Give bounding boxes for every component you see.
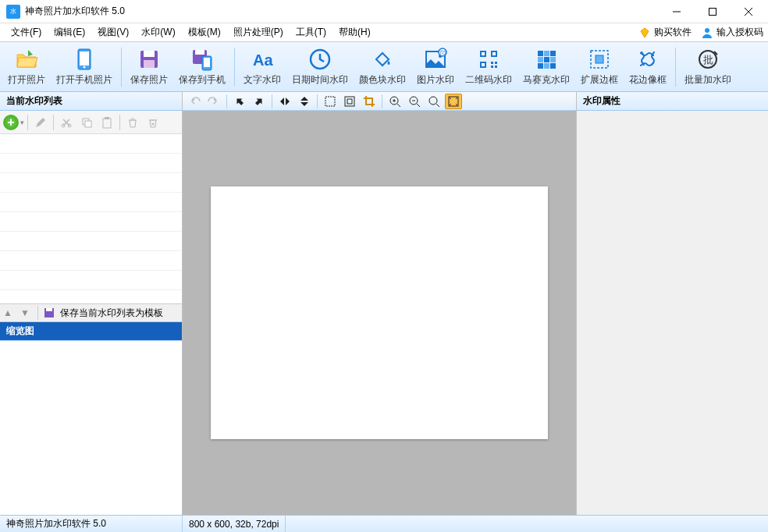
mosaic-watermark-button[interactable]: 马赛克水印 — [518, 44, 574, 90]
main-toolbar: 打开照片 打开手机照片 保存照片 保存到手机 Aa 文字水印 日期时间水印 颜色… — [0, 42, 768, 92]
auth-link[interactable]: 输入授权码 — [701, 26, 763, 39]
image-icon: 印 — [423, 47, 448, 72]
svg-rect-30 — [550, 51, 556, 56]
titlebar: 水 神奇照片加水印软件 5.0 — [0, 0, 768, 23]
pencil-icon — [34, 116, 47, 129]
copy-wm-button[interactable] — [77, 113, 96, 132]
zoom-actual-button[interactable] — [425, 94, 443, 109]
wm-list[interactable] — [0, 134, 182, 303]
save-template-button[interactable]: 保存当前水印列表为模板 — [60, 307, 163, 320]
svg-rect-25 — [482, 52, 485, 55]
canvas-icon — [343, 95, 356, 108]
svg-rect-48 — [46, 308, 52, 311]
mosaic-icon — [534, 47, 559, 72]
maximize-icon — [709, 8, 716, 16]
svg-rect-46 — [105, 117, 109, 119]
move-down-icon[interactable]: ▼ — [20, 307, 33, 318]
status-info: 800 x 600, 32b, 72dpi — [183, 516, 286, 532]
resize-button[interactable] — [322, 94, 339, 109]
zoom-in-icon — [389, 95, 401, 108]
svg-rect-3 — [80, 51, 89, 66]
image-watermark-button[interactable]: 印 图片水印 — [412, 44, 459, 90]
save-icon — [137, 47, 162, 72]
resize-icon — [324, 95, 336, 108]
svg-rect-24 — [495, 66, 497, 68]
clock-icon — [308, 47, 332, 72]
clear-wm-button[interactable] — [144, 113, 162, 132]
svg-point-4 — [84, 66, 86, 69]
svg-rect-49 — [325, 97, 335, 106]
minimize-icon — [673, 8, 681, 16]
buy-link[interactable]: 购买软件 — [638, 26, 692, 39]
menu-edit[interactable]: 编辑(E) — [48, 24, 91, 41]
undo-button[interactable] — [186, 94, 203, 109]
zoom-out-button[interactable] — [406, 94, 423, 109]
expand-icon — [587, 47, 612, 72]
trash-x-icon — [147, 116, 159, 129]
color-watermark-button[interactable]: 颜色块水印 — [354, 44, 411, 90]
canvas-area[interactable] — [183, 111, 576, 515]
expand-border-button[interactable]: 扩展边框 — [576, 44, 623, 90]
canvas-button[interactable] — [341, 94, 358, 109]
zoom-fit-button[interactable] — [445, 94, 462, 109]
list-item — [0, 134, 182, 154]
flip-v-button[interactable] — [296, 94, 313, 109]
datetime-watermark-button[interactable]: 日期时间水印 — [287, 44, 353, 90]
svg-rect-11 — [204, 58, 210, 67]
add-wm-button[interactable]: + — [3, 115, 19, 130]
svg-rect-34 — [538, 63, 543, 69]
svg-text:印: 印 — [440, 50, 446, 55]
status-app: 神奇照片加水印软件 5.0 — [0, 516, 183, 532]
rotate-right-button[interactable] — [251, 94, 268, 109]
lace-frame-button[interactable]: 花边像框 — [624, 44, 671, 90]
save-phone-button[interactable]: 保存到手机 — [174, 44, 230, 90]
rotate-left-button[interactable] — [231, 94, 248, 109]
svg-rect-35 — [544, 63, 549, 69]
delete-wm-button[interactable] — [123, 113, 142, 132]
cut-wm-button[interactable] — [57, 113, 76, 132]
menu-template[interactable]: 模板(M) — [182, 24, 227, 41]
minimize-button[interactable] — [659, 0, 695, 23]
flip-h-button[interactable] — [276, 94, 293, 109]
svg-rect-27 — [482, 63, 485, 66]
open-phone-button[interactable]: 打开手机照片 — [52, 44, 117, 90]
open-photo-button[interactable]: 打开照片 — [3, 44, 50, 90]
zoom-in-button[interactable] — [386, 94, 404, 109]
rotate-r-icon — [253, 95, 265, 108]
flip-v-icon — [298, 95, 311, 108]
menu-file[interactable]: 文件(F) — [5, 24, 48, 41]
flip-h-icon — [279, 95, 291, 108]
menu-watermark[interactable]: 水印(W) — [135, 24, 181, 41]
svg-rect-22 — [495, 62, 497, 64]
svg-text:Aa: Aa — [253, 51, 273, 69]
svg-rect-9 — [195, 50, 204, 55]
close-icon — [745, 8, 752, 16]
menu-view[interactable]: 视图(V) — [91, 24, 135, 41]
menu-photo[interactable]: 照片处理(P) — [227, 24, 290, 41]
zoom-1-icon — [428, 95, 440, 108]
close-button[interactable] — [731, 0, 766, 23]
diamond-icon — [638, 27, 651, 39]
save-photo-button[interactable]: 保存照片 — [126, 44, 172, 90]
redo-button[interactable] — [205, 94, 222, 109]
menu-tools[interactable]: 工具(T) — [290, 24, 332, 41]
maximize-button[interactable] — [695, 0, 731, 23]
move-up-icon[interactable]: ▲ — [3, 307, 16, 318]
edit-wm-button[interactable] — [31, 113, 50, 132]
paste-wm-button[interactable] — [98, 113, 116, 132]
save-template-icon — [43, 307, 55, 319]
lace-icon — [635, 47, 660, 72]
menu-help[interactable]: 帮助(H) — [332, 24, 377, 41]
statusbar: 神奇照片加水印软件 5.0 800 x 600, 32b, 72dpi — [0, 515, 768, 532]
text-watermark-button[interactable]: Aa 文字水印 — [239, 44, 286, 90]
svg-rect-38 — [596, 55, 603, 63]
menubar: 文件(F) 编辑(E) 视图(V) 水印(W) 模板(M) 照片处理(P) 工具… — [0, 23, 768, 42]
batch-watermark-button[interactable]: 批 批量加水印 — [680, 44, 736, 90]
svg-rect-26 — [492, 52, 496, 55]
zoom-out-icon — [408, 95, 421, 108]
zoom-fit-icon — [447, 95, 460, 108]
qr-watermark-button[interactable]: 二维码水印 — [460, 44, 517, 90]
crop-button[interactable] — [361, 94, 378, 109]
left-panel: 当前水印列表 + ▾ ▲ ▼ 保存当前水印列表为模板 缩览图 — [0, 92, 183, 515]
canvas[interactable] — [211, 186, 548, 439]
